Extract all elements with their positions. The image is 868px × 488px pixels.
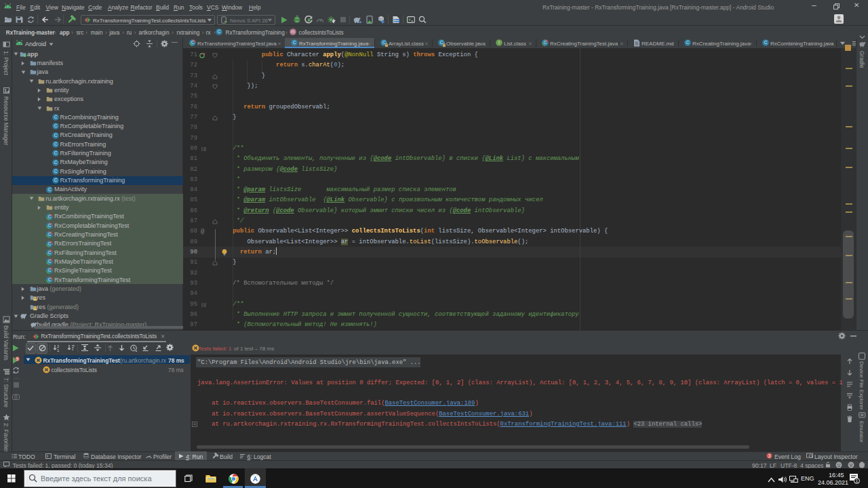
svg-text:C: C xyxy=(48,223,52,228)
svg-text:C: C xyxy=(764,40,768,45)
svg-text:C: C xyxy=(48,214,52,219)
svg-text:C: C xyxy=(48,277,52,282)
svg-text:C: C xyxy=(48,250,52,255)
svg-text:C: C xyxy=(48,187,52,192)
svg-text:C: C xyxy=(54,178,58,183)
svg-text:C: C xyxy=(54,133,58,138)
svg-text:C: C xyxy=(54,160,58,165)
svg-text:C: C xyxy=(54,169,58,174)
svg-text:C: C xyxy=(54,151,58,156)
svg-text:C: C xyxy=(218,29,221,34)
svg-text:C: C xyxy=(54,115,58,119)
svg-text:3: 3 xyxy=(768,453,771,458)
svg-text:C: C xyxy=(54,142,58,146)
svg-text:C: C xyxy=(293,40,296,45)
svg-text:C: C xyxy=(48,268,52,273)
svg-text:C: C xyxy=(48,232,52,237)
svg-text:C: C xyxy=(686,40,690,45)
svg-text:C: C xyxy=(544,40,547,45)
svg-text:C: C xyxy=(48,241,52,246)
svg-text:9: 9 xyxy=(16,357,19,361)
svg-text:C: C xyxy=(191,40,195,45)
svg-text:I: I xyxy=(498,40,500,45)
svg-text:1: 1 xyxy=(57,348,60,352)
svg-text:C: C xyxy=(54,124,58,129)
svg-text:m: m xyxy=(291,29,294,34)
svg-text:C: C xyxy=(48,260,52,264)
svg-text:1: 1 xyxy=(856,479,859,483)
